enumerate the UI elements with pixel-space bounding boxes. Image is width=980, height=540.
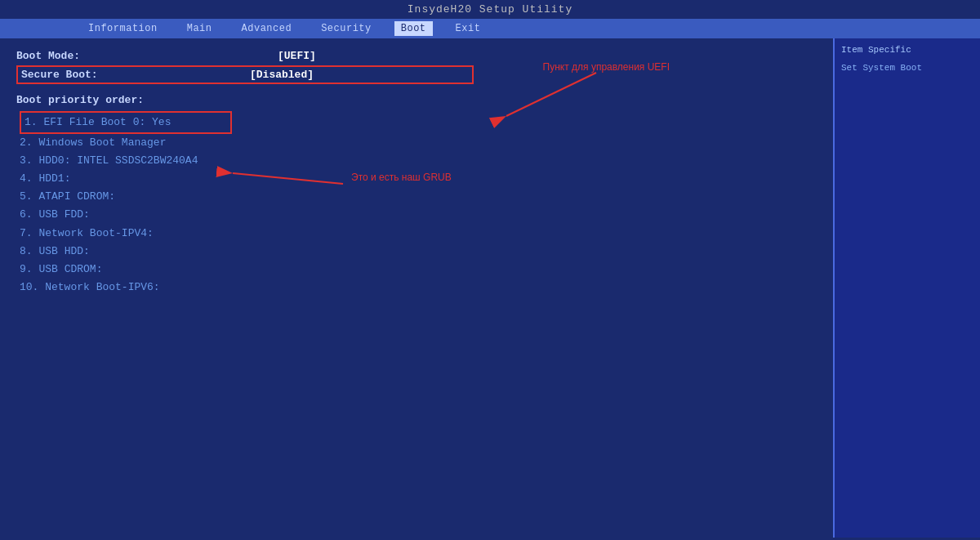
boot-priority-title: Boot priority order:: [16, 94, 817, 106]
boot-item-1-num: 1.: [24, 116, 38, 128]
secure-boot-value: [Disabled]: [250, 69, 314, 81]
boot-item-1-text: EFI File Boot 0: Yes: [43, 116, 171, 128]
right-panel: Item Specific Set System Boot: [833, 38, 980, 538]
boot-item-10[interactable]: 10. Network Boot-IPV6:: [16, 279, 817, 297]
boot-list: 1. EFI File Boot 0: Yes 2. Windows Boot …: [16, 111, 817, 297]
uefi-annotation: Пункт для управления UEFI: [543, 61, 670, 73]
right-panel-text: Set System Boot: [841, 61, 973, 75]
boot-item-9[interactable]: 9. USB CDROM:: [16, 261, 817, 279]
right-panel-title: Item Specific: [841, 45, 973, 55]
boot-mode-value: [UEFI]: [278, 50, 316, 62]
boot-mode-label: Boot Mode:: [16, 50, 180, 62]
secure-boot-label: Secure Boot:: [21, 69, 185, 81]
boot-item-2[interactable]: 2. Windows Boot Manager: [16, 134, 817, 152]
boot-mode-row: Boot Mode: [UEFI]: [16, 50, 817, 62]
menu-information[interactable]: Information: [82, 21, 164, 36]
title-bar: InsydeH20 Setup Utility: [0, 0, 980, 19]
main-content: Boot Mode: [UEFI] Secure Boot: [Disabled…: [0, 38, 980, 538]
menu-boot[interactable]: Boot: [394, 21, 433, 36]
boot-item-5[interactable]: 5. ATAPI CDROM:: [16, 188, 817, 206]
boot-item-1[interactable]: 1. EFI File Boot 0: Yes: [16, 111, 817, 134]
menu-advanced[interactable]: Advanced: [235, 21, 299, 36]
menu-bar: Information Main Advanced Security Boot …: [0, 19, 980, 38]
secure-boot-row[interactable]: Secure Boot: [Disabled]: [16, 65, 474, 84]
menu-exit[interactable]: Exit: [449, 21, 488, 36]
menu-security[interactable]: Security: [314, 21, 378, 36]
title-text: InsydeH20 Setup Utility: [408, 3, 572, 16]
boot-item-8[interactable]: 8. USB HDD:: [16, 243, 817, 261]
boot-item-6[interactable]: 6. USB FDD:: [16, 206, 817, 224]
center-panel: Boot Mode: [UEFI] Secure Boot: [Disabled…: [0, 38, 833, 538]
boot-item-3[interactable]: 3. HDD0: INTEL SSDSC2BW240A4: [16, 152, 817, 170]
grub-annotation: Это и есть наш GRUB: [351, 172, 452, 183]
menu-main[interactable]: Main: [180, 21, 219, 36]
boot-item-7[interactable]: 7. Network Boot-IPV4:: [16, 225, 817, 243]
